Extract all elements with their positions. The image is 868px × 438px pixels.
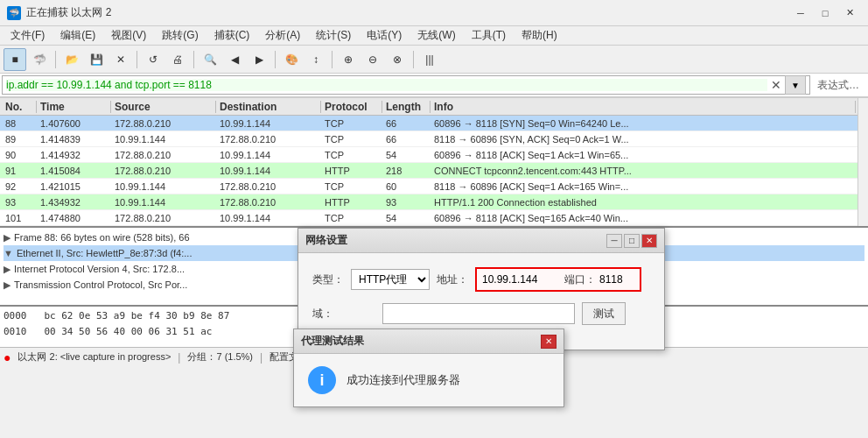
proxy-result-titlebar: 代理测试结果 ✕ [294, 329, 564, 354]
test-button[interactable]: 测试 [582, 302, 626, 325]
proxy-result-dialog[interactable]: 代理测试结果 ✕ i 成功连接到代理服务器 [293, 328, 564, 407]
cell-src: 172.88.0.210 [111, 118, 216, 129]
cell-src: 172.88.0.210 [111, 166, 216, 176]
menu-statistics[interactable]: 统计(S) [309, 27, 358, 45]
cell-no: 88 [2, 118, 37, 129]
cell-proto: TCP [321, 134, 382, 145]
packet-scrollbar[interactable] [858, 98, 868, 226]
packet-table-body: 88 1.407600 172.88.0.210 10.99.1.144 TCP… [0, 116, 858, 226]
col-dest: Destination [216, 101, 321, 113]
cell-info: 8118 → 60896 [SYN, ACK] Seq=0 Ack=1 W... [430, 134, 856, 145]
minimize-button[interactable]: ─ [789, 4, 812, 22]
menu-phone[interactable]: 电话(Y) [360, 27, 409, 45]
table-row[interactable]: 93 1.434932 10.99.1.144 172.88.0.210 HTT… [0, 194, 858, 210]
cell-len: 66 [382, 134, 430, 145]
cell-time: 1.414932 [37, 150, 111, 160]
reload-button[interactable]: ↺ [142, 48, 164, 71]
cell-no: 90 [2, 150, 37, 160]
table-row[interactable]: 91 1.415084 172.88.0.210 10.99.1.144 HTT… [0, 163, 858, 179]
cell-len: 54 [382, 213, 430, 223]
zoom-in-button[interactable]: ⊕ [337, 48, 360, 71]
filter-input[interactable] [6, 79, 767, 91]
layout-button[interactable]: ||| [418, 48, 441, 71]
proxy-result-body: i 成功连接到代理服务器 [294, 354, 564, 406]
cell-src: 10.99.1.144 [111, 134, 216, 145]
cell-len: 66 [382, 118, 430, 129]
prev-button[interactable]: ◀ [223, 48, 246, 71]
detail-text: Internet Protocol Version 4, Src: 172.8.… [14, 264, 185, 274]
close-button[interactable]: ✕ [838, 4, 861, 22]
toolbar-separator-1 [55, 51, 56, 68]
capture-status: 以太网 2: <live capture in progress> [18, 350, 171, 364]
menu-tools[interactable]: 工具(T) [465, 27, 513, 45]
maximize-button[interactable]: □ [814, 4, 836, 22]
cell-dst: 10.99.1.144 [216, 118, 321, 129]
proxy-result-close-button[interactable]: ✕ [541, 335, 556, 349]
table-row[interactable]: 92 1.421015 10.99.1.144 172.88.0.210 TCP… [0, 179, 858, 194]
port-input[interactable] [599, 271, 634, 288]
expand-all-button[interactable]: ↕ [304, 48, 327, 71]
cell-proto: HTTP [321, 166, 382, 176]
cell-dst: 10.99.1.144 [216, 150, 321, 160]
filter-dropdown-button[interactable]: ▼ [785, 75, 806, 95]
domain-input[interactable] [382, 303, 575, 324]
menu-go[interactable]: 跳转(G) [155, 27, 205, 45]
cell-len: 218 [382, 166, 430, 176]
menu-capture[interactable]: 捕获(C) [207, 27, 257, 45]
cell-info: HTTP/1.1 200 Connection established [430, 197, 856, 208]
menu-edit[interactable]: 编辑(E) [53, 27, 102, 45]
cell-src: 10.99.1.144 [111, 197, 216, 208]
color-rules-button[interactable]: 🎨 [280, 48, 303, 71]
save-button[interactable]: 💾 [85, 48, 108, 71]
table-row[interactable]: 88 1.407600 172.88.0.210 10.99.1.144 TCP… [0, 116, 858, 131]
open-button[interactable]: 📂 [60, 48, 83, 71]
menu-analyze[interactable]: 分析(A) [258, 27, 307, 45]
cell-len: 54 [382, 150, 430, 160]
cell-time: 1.415084 [37, 166, 111, 176]
addr-label: 地址： [437, 272, 468, 287]
addr-input[interactable] [482, 271, 561, 288]
menu-file[interactable]: 文件(F) [4, 27, 52, 45]
menu-wireless[interactable]: 无线(W) [410, 27, 462, 45]
toolbar-separator-2 [136, 51, 137, 68]
cell-no: 92 [2, 181, 37, 192]
cell-time: 1.407600 [37, 118, 111, 129]
table-row[interactable]: 101 1.474880 172.88.0.210 10.99.1.144 TC… [0, 210, 858, 226]
expression-label[interactable]: 表达式… [810, 78, 866, 93]
toolbar-separator-6 [413, 51, 414, 68]
hex-data-1: bc 62 0e 53 a9 be f4 30 b9 8e 87 [44, 310, 229, 321]
type-select[interactable]: HTTP代理 [351, 269, 430, 290]
hex-data-2: 00 34 50 56 40 00 06 31 51 ac [44, 326, 212, 337]
cell-info: 8118 → 60896 [ACK] Seq=1 Ack=165 Win=... [430, 181, 856, 192]
title-bar: 🦈 正在捕获 以太网 2 ─ □ ✕ [0, 0, 868, 26]
close-file-button[interactable]: ✕ [109, 48, 132, 71]
cell-dst: 172.88.0.210 [216, 134, 321, 145]
packet-area: No. Time Source Destination Protocol Len… [0, 98, 868, 226]
find-button[interactable]: 🔍 [199, 48, 221, 71]
stop-capture-button[interactable]: ■ [4, 48, 26, 71]
menu-help[interactable]: 帮助(H) [514, 27, 564, 45]
zoom-reset-button[interactable]: ⊗ [386, 48, 409, 71]
next-button[interactable]: ▶ [248, 48, 270, 71]
dialog-min-button[interactable]: ─ [606, 234, 622, 248]
cell-info: 60896 → 8118 [ACK] Seq=1 Ack=1 Win=65... [430, 150, 856, 160]
packet-table-header: No. Time Source Destination Protocol Len… [0, 98, 858, 116]
toolbar: ■ 🦈 📂 💾 ✕ ↺ 🖨 🔍 ◀ ▶ 🎨 ↕ ⊕ ⊖ ⊗ ||| [0, 46, 868, 74]
filter-clear-button[interactable]: ✕ [767, 76, 785, 94]
menu-view[interactable]: 视图(V) [104, 27, 153, 45]
cell-no: 101 [2, 213, 37, 223]
table-row[interactable]: 90 1.414932 172.88.0.210 10.99.1.144 TCP… [0, 147, 858, 163]
detail-text: Ethernet II, Src: HewlettP_8e:87:3d (f4:… [17, 248, 192, 258]
start-capture-button[interactable]: 🦈 [28, 48, 51, 71]
proxy-result-message: 成功连接到代理服务器 [346, 372, 460, 388]
toolbar-separator-4 [275, 51, 276, 68]
col-info: Info [430, 101, 856, 113]
print-button[interactable]: 🖨 [166, 48, 189, 71]
cell-time: 1.414839 [37, 134, 111, 145]
cell-src: 10.99.1.144 [111, 181, 216, 192]
dialog-close-button[interactable]: ✕ [641, 234, 657, 248]
table-row[interactable]: 89 1.414839 10.99.1.144 172.88.0.210 TCP… [0, 131, 858, 147]
window-title: 正在捕获 以太网 2 [26, 5, 789, 20]
zoom-out-button[interactable]: ⊖ [361, 48, 384, 71]
dialog-max-button[interactable]: □ [624, 234, 640, 248]
